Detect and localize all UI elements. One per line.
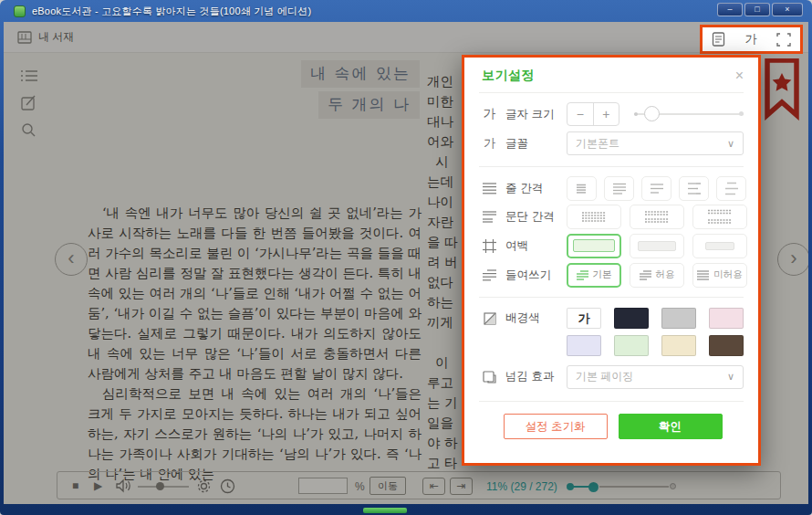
toolbar-highlight-annotation: 가 [700, 25, 803, 54]
line-spacing-option-5[interactable] [716, 176, 746, 201]
bg-color-swatch-cream[interactable] [661, 335, 696, 356]
chevron-down-icon: ∨ [727, 138, 734, 150]
font-size-slider-handle[interactable] [644, 106, 660, 121]
font-family-dropdown[interactable]: 기본폰트 ∨ [567, 131, 744, 155]
font-size-slider[interactable] [634, 105, 744, 123]
font-size-label: 글자 크기 [505, 107, 554, 122]
paragraph-spacing-option-1[interactable] [567, 205, 621, 229]
background-color-label: 배경색 [505, 310, 540, 326]
font-size-decrease-button[interactable]: − [567, 103, 594, 125]
close-window-button[interactable]: × [772, 3, 803, 16]
line-spacing-option-2[interactable] [604, 176, 634, 201]
font-size-stepper: − + [567, 102, 619, 126]
view-settings-dialog: 보기설정 × 가글자 크기 − + [462, 55, 761, 466]
line-spacing-option-3[interactable] [641, 176, 671, 201]
app-logo-icon [14, 5, 26, 17]
view-settings-doc-icon[interactable] [712, 32, 725, 47]
page-turn-effect-value: 기본 페이징 [576, 369, 633, 384]
margin-icon [482, 239, 497, 253]
app-window: eBook도서관 - 고요할수록 밝아지는 것들(100쇄 기념 에디션) – … [0, 0, 812, 515]
indent-option-disallow[interactable]: 미허용 [692, 263, 747, 288]
font-size-increase-button[interactable]: + [594, 103, 619, 125]
window-title: eBook도서관 - 고요할수록 밝아지는 것들(100쇄 기념 에디션) [32, 5, 311, 18]
page-turn-effect-dropdown[interactable]: 기본 페이징 ∨ [567, 365, 744, 389]
bg-color-swatch-green[interactable] [614, 335, 649, 356]
font-family-value: 기본폰트 [576, 136, 619, 152]
font-family-icon: 가 [482, 135, 497, 152]
bg-color-swatch-gray[interactable] [661, 308, 696, 329]
margin-option-2[interactable] [630, 234, 684, 258]
margin-option-1-selected[interactable] [567, 234, 621, 258]
app-content: 내 서재 내 속에 있는 두 개의 나 ‘내 속엔 내가 너무도 많아 당신의 … [4, 22, 808, 504]
fullscreen-icon[interactable] [776, 33, 791, 47]
indent-label: 들여쓰기 [505, 268, 551, 283]
bg-color-swatch-lavender[interactable] [567, 335, 601, 356]
minimize-button[interactable]: – [717, 3, 743, 16]
line-spacing-icon [482, 183, 497, 194]
bg-color-swatch-dark[interactable] [614, 308, 649, 329]
dialog-title: 보기설정 [482, 68, 535, 84]
paragraph-spacing-option-3[interactable] [692, 205, 747, 229]
font-size-icon: 가 [482, 106, 497, 122]
line-spacing-option-1[interactable] [567, 176, 597, 201]
reset-settings-button[interactable]: 설정 초기화 [504, 414, 608, 439]
font-family-label: 글꼴 [505, 136, 528, 152]
chevron-down-icon: ∨ [727, 371, 734, 383]
line-spacing-option-4[interactable] [679, 176, 709, 201]
page-turn-effect-icon [482, 371, 497, 384]
background-color-icon [482, 312, 497, 325]
margin-option-3[interactable] [692, 234, 747, 258]
paragraph-spacing-label: 문단 간격 [505, 209, 554, 225]
indent-option-allow[interactable]: 허용 [630, 263, 684, 288]
bg-color-swatch-brown[interactable] [709, 335, 744, 356]
taskbar-peek-decoration [363, 508, 407, 513]
bg-color-swatch-pink[interactable] [709, 308, 744, 329]
titlebar: eBook도서관 - 고요할수록 밝아지는 것들(100쇄 기념 에디션) – … [0, 0, 812, 22]
maximize-button[interactable]: □ [744, 3, 770, 16]
bg-color-swatch-white[interactable]: 가 [567, 308, 601, 329]
paragraph-spacing-icon [482, 211, 497, 223]
indent-option-default-selected[interactable]: 기본 [567, 263, 621, 288]
close-dialog-icon[interactable]: × [735, 68, 744, 83]
confirm-button[interactable]: 확인 [619, 414, 723, 439]
indent-icon [482, 269, 497, 281]
line-spacing-label: 줄 간격 [505, 181, 543, 196]
page-turn-effect-label: 넘김 효과 [505, 369, 554, 384]
margin-label: 여백 [505, 238, 528, 254]
font-settings-button[interactable]: 가 [745, 31, 757, 47]
paragraph-spacing-option-2[interactable] [630, 205, 684, 229]
